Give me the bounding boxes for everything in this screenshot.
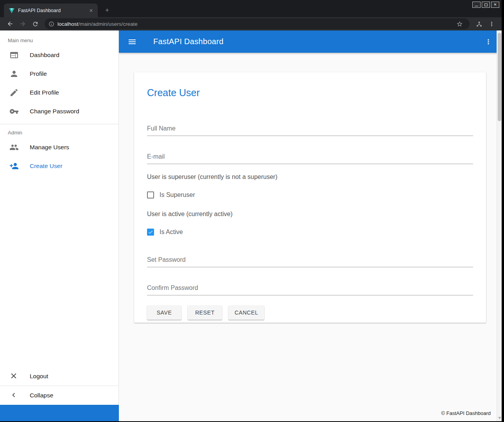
sidebar-item-label: Change Password: [30, 108, 79, 115]
sidebar-item-label: Edit Profile: [30, 89, 59, 96]
sidebar-item-create-user[interactable]: Create User: [0, 157, 118, 175]
sidebar-item-change-password[interactable]: Change Password: [0, 102, 118, 121]
url-text: localhost/main/admin/users/create: [57, 21, 453, 27]
sidebar-item-label: Profile: [30, 70, 47, 77]
full-name-field-wrap: [147, 123, 473, 136]
browser-tab[interactable]: FastAPI Dashboard: [4, 4, 98, 17]
logout-x-icon: [9, 372, 19, 381]
maximize-button[interactable]: [482, 2, 490, 8]
dashboard-icon: [9, 50, 19, 60]
hamburger-icon[interactable]: [125, 35, 139, 49]
url-path: /main/admin/users/create: [78, 21, 138, 27]
form-buttons: SAVE RESET CANCEL: [147, 306, 473, 320]
set-password-input[interactable]: [147, 255, 473, 267]
app-bar: FastAPI Dashboard: [119, 30, 502, 53]
url-bar[interactable]: localhost/main/admin/users/create: [45, 18, 470, 29]
browser-toolbar: localhost/main/admin/users/create: [0, 17, 502, 30]
sidebar-item-edit-profile[interactable]: Edit Profile: [0, 83, 118, 102]
url-host: localhost: [57, 21, 78, 27]
sidebar-section-main-menu: Main menu: [0, 30, 118, 46]
person-add-icon: [9, 161, 19, 171]
forward-icon[interactable]: [17, 18, 28, 29]
app-bar-title: FastAPI Dashboard: [153, 37, 224, 46]
extensions-icon[interactable]: [474, 18, 484, 29]
refresh-icon[interactable]: [30, 18, 41, 29]
close-window-button[interactable]: ✕: [491, 2, 499, 8]
page: Main menu Dashboard Profile: [0, 30, 502, 421]
superuser-checkbox-label: Is Superuser: [160, 191, 195, 198]
sidebar-item-label: Logout: [30, 373, 48, 380]
confirm-password-input[interactable]: [147, 283, 473, 295]
save-button[interactable]: SAVE: [147, 306, 181, 320]
footer-sidebar-strip: [0, 405, 119, 421]
superuser-hint: User is superuser (currently is not a su…: [147, 173, 473, 181]
window-controls: ✕: [472, 2, 499, 8]
overflow-menu-icon[interactable]: [481, 35, 495, 49]
set-password-field-wrap: [147, 255, 473, 267]
tab-title: FastAPI Dashboard: [18, 8, 88, 13]
sidebar-item-label: Collapse: [30, 392, 53, 399]
superuser-checkbox-row: Is Superuser: [147, 191, 473, 199]
browser-menu-icon[interactable]: [486, 18, 497, 29]
active-hint: User is active (currently active): [147, 211, 473, 218]
footer-main: © FastAPI Dashboard: [119, 405, 502, 421]
sidebar-divider: [0, 124, 118, 124]
browser-window: FastAPI Dashboard ✕ localhost/: [0, 0, 502, 421]
sidebar-item-label: Create User: [30, 163, 63, 170]
sidebar-item-label: Dashboard: [30, 52, 59, 59]
sidebar-section-admin: Admin: [0, 127, 118, 138]
active-checkbox-row: Is Active: [147, 228, 473, 236]
new-tab-button[interactable]: [102, 5, 113, 16]
star-bookmark-icon[interactable]: [454, 18, 465, 29]
active-checkbox[interactable]: [147, 229, 154, 236]
sidebar: Main menu Dashboard Profile: [0, 30, 119, 405]
main-area: FastAPI Dashboard Create User: [119, 30, 502, 405]
superuser-checkbox[interactable]: [147, 191, 154, 198]
minimize-button[interactable]: [472, 2, 481, 8]
full-name-input[interactable]: [147, 123, 473, 136]
sidebar-item-logout[interactable]: Logout: [0, 367, 118, 386]
person-icon: [9, 69, 19, 79]
page-footer: © FastAPI Dashboard: [0, 405, 502, 421]
sidebar-item-collapse[interactable]: Collapse: [0, 386, 118, 405]
sidebar-item-profile[interactable]: Profile: [0, 64, 118, 83]
confirm-password-field-wrap: [147, 283, 473, 295]
tab-close-icon[interactable]: [88, 7, 95, 14]
main-content: Create User User is superuser (currently…: [119, 53, 502, 405]
scrollbar-thumb[interactable]: [498, 33, 501, 121]
info-icon[interactable]: [48, 21, 54, 27]
email-input[interactable]: [147, 152, 473, 164]
copyright-text: © FastAPI Dashboard: [441, 410, 491, 416]
sidebar-item-label: Manage Users: [30, 144, 69, 151]
reset-button[interactable]: RESET: [188, 306, 222, 320]
key-icon: [9, 107, 19, 116]
chevron-left-icon: [9, 391, 19, 400]
checkmark-icon: [148, 229, 153, 235]
sidebar-item-manage-users[interactable]: Manage Users: [0, 138, 118, 157]
browser-titlebar: FastAPI Dashboard ✕: [0, 0, 502, 17]
vuetify-favicon-icon: [9, 7, 15, 14]
pencil-icon: [9, 88, 19, 97]
create-user-card: Create User User is superuser (currently…: [134, 72, 486, 323]
group-icon: [9, 143, 19, 152]
page-title: Create User: [147, 87, 473, 98]
back-icon[interactable]: [5, 18, 16, 29]
cancel-button[interactable]: CANCEL: [228, 306, 264, 320]
page-scrollbar[interactable]: [497, 30, 502, 421]
sidebar-item-dashboard[interactable]: Dashboard: [0, 46, 118, 64]
active-checkbox-label: Is Active: [160, 229, 183, 236]
scrollbar-down-arrow[interactable]: [498, 417, 501, 419]
email-field-wrap: [147, 152, 473, 164]
